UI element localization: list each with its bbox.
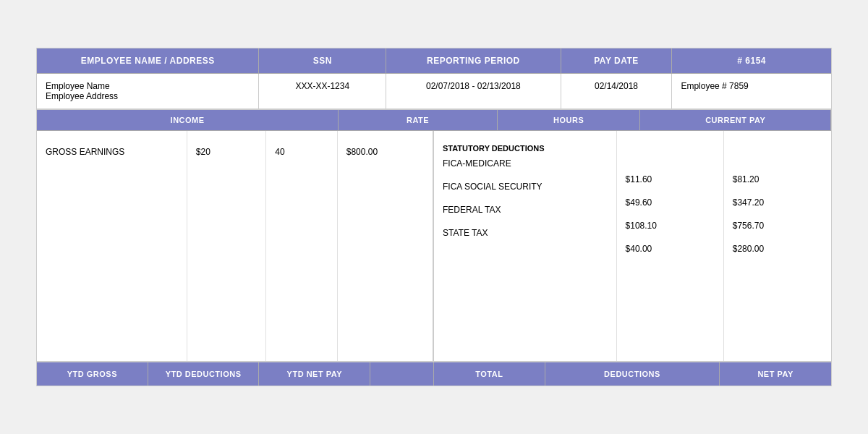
footer-total: TOTAL	[434, 362, 545, 386]
header-employee-name-address: EMPLOYEE NAME / ADDRESS	[37, 48, 259, 73]
gross-earnings-label: GROSS EARNINGS	[46, 144, 178, 157]
header-ssn: SSN	[259, 48, 386, 73]
footer-ytd-gross: YTD GROSS	[37, 362, 148, 386]
header-reporting-period: REPORTING PERIOD	[386, 48, 561, 73]
income-rate-col: $20	[187, 131, 266, 361]
federal-tax-entry: FEDERAL TAX	[443, 205, 608, 215]
footer-net-pay: NET PAY	[720, 362, 831, 386]
col-rate: RATE	[339, 110, 498, 130]
deductions-total-col: $11.60 $49.60 $108.10 $40.00	[617, 131, 724, 361]
header-check-number: # 6154	[672, 48, 831, 73]
federal-tax-ytd: $756.70	[733, 221, 822, 231]
footer-row: YTD GROSS YTD DEDUCTIONS YTD NET PAY TOT…	[37, 362, 831, 386]
fica-medicare-entry: FICA-MEDICARE	[443, 158, 608, 169]
employee-name-address-cell: Employee Name Employee Address	[37, 74, 259, 109]
col-income: INCOME	[37, 110, 339, 130]
column-headers-row: INCOME RATE HOURS CURRENT PAY DEDUCTIONS…	[37, 110, 831, 131]
state-tax-ytd: $280.00	[733, 244, 822, 254]
pay-date-cell: 02/14/2018	[561, 74, 673, 109]
col-deductions: DEDUCTIONS	[831, 110, 868, 130]
footer-deductions: DEDUCTIONS	[545, 362, 720, 386]
federal-tax-name: FEDERAL TAX	[443, 205, 608, 215]
deductions-section: STATUTORY DEDUCTIONS FICA-MEDICARE FICA …	[434, 131, 831, 361]
deductions-names-col: STATUTORY DEDUCTIONS FICA-MEDICARE FICA …	[434, 131, 617, 361]
fica-medicare-total: $11.60	[626, 174, 715, 184]
gross-earnings-current-pay: $800.00	[346, 144, 424, 157]
employee-address: Employee Address	[46, 91, 250, 101]
deductions-ytd-col: $81.20 $347.20 $756.70 $280.00	[724, 131, 831, 361]
col-current-pay: CURRENT PAY	[640, 110, 831, 130]
header-pay-date: PAY DATE	[561, 48, 673, 73]
state-tax-entry: STATE TAX	[443, 228, 608, 238]
paystub: EMPLOYEE NAME / ADDRESS SSN REPORTING PE…	[36, 48, 832, 386]
footer-ytd-deductions: YTD DEDUCTIONS	[148, 362, 260, 386]
ssn-cell: XXX-XX-1234	[259, 74, 386, 109]
income-section: GROSS EARNINGS $20 40 $800.00	[37, 131, 434, 361]
employee-number-cell: Employee # 7859	[672, 74, 831, 109]
gross-earnings-hours: 40	[275, 144, 328, 157]
income-currentpay-col: $800.00	[338, 131, 433, 361]
fica-ss-entry: FICA SOCIAL SECURITY	[443, 182, 608, 192]
footer-ytd-net-pay: YTD NET PAY	[259, 362, 370, 386]
income-hours-col: 40	[266, 131, 337, 361]
data-body: GROSS EARNINGS $20 40 $800.00 STATUTORY …	[37, 131, 831, 362]
col-hours: HOURS	[498, 110, 641, 130]
state-tax-total: $40.00	[626, 244, 715, 254]
employee-name: Employee Name	[46, 81, 250, 91]
state-tax-name: STATE TAX	[443, 228, 608, 238]
gross-earnings-rate: $20	[196, 144, 257, 157]
fica-ss-name: FICA SOCIAL SECURITY	[443, 182, 608, 192]
fica-ss-total: $49.60	[626, 197, 715, 208]
deductions-inner: STATUTORY DEDUCTIONS FICA-MEDICARE FICA …	[434, 131, 831, 361]
fica-medicare-ytd: $81.20	[733, 174, 822, 184]
fica-ss-ytd: $347.20	[733, 197, 822, 208]
income-label-col: GROSS EARNINGS	[37, 131, 187, 361]
header-row: EMPLOYEE NAME / ADDRESS SSN REPORTING PE…	[37, 48, 831, 74]
statutory-deductions-label: STATUTORY DEDUCTIONS	[443, 144, 608, 153]
footer-blank	[370, 362, 434, 386]
fica-medicare-name: FICA-MEDICARE	[443, 158, 608, 169]
info-row: Employee Name Employee Address XXX-XX-12…	[37, 74, 831, 110]
reporting-period-cell: 02/07/2018 - 02/13/2018	[386, 74, 561, 109]
federal-tax-total: $108.10	[626, 221, 715, 231]
